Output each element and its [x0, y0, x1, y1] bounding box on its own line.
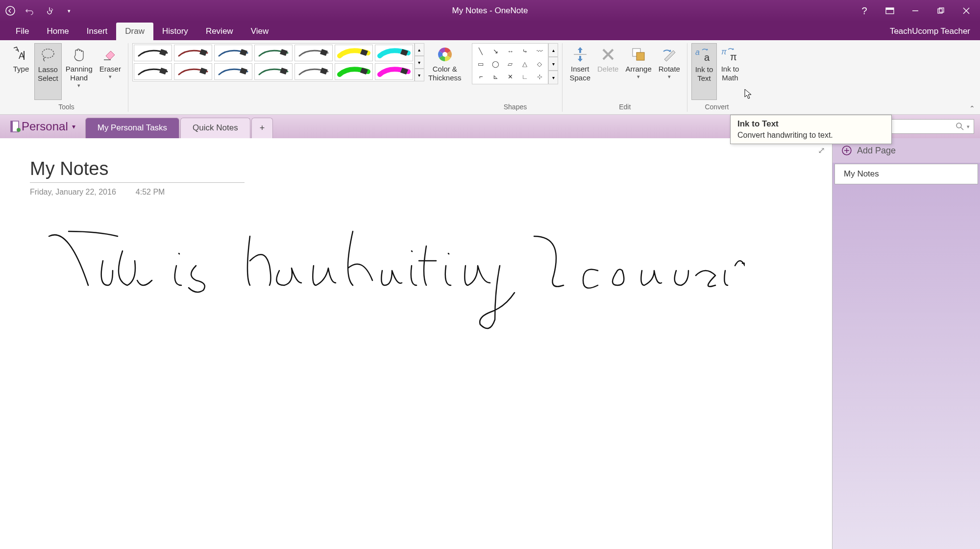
- tab-view[interactable]: View: [242, 23, 278, 40]
- pen-swatch[interactable]: [254, 63, 293, 80]
- tab-review[interactable]: Review: [197, 23, 242, 40]
- ink-to-math-button[interactable]: ππ Ink to Math: [718, 43, 742, 100]
- rotate-button[interactable]: Rotate ▾: [656, 43, 683, 100]
- rotate-icon: [660, 45, 679, 64]
- delete-icon: [599, 45, 617, 64]
- ribbon-display-button[interactable]: [883, 4, 897, 18]
- help-button[interactable]: ?: [858, 4, 871, 18]
- shape-graph-y[interactable]: ∟: [518, 71, 532, 82]
- pen-swatch[interactable]: [214, 45, 252, 61]
- svg-rect-9: [24, 51, 24, 60]
- type-button[interactable]: A Type: [9, 43, 33, 100]
- close-button[interactable]: [959, 4, 973, 18]
- ribbon-group-pens: ▴ ▾ ▾ Color & Thickness: [128, 43, 468, 112]
- tab-file[interactable]: File: [7, 23, 38, 40]
- pen-swatch[interactable]: [294, 63, 333, 80]
- svg-text:π: π: [721, 48, 727, 56]
- menu-bar: File Home Insert Draw History Review Vie…: [0, 22, 980, 40]
- collapse-ribbon-button[interactable]: ⌃: [969, 104, 975, 112]
- note-canvas[interactable]: ⤢ My Notes Friday, January 22, 2016 4:52…: [0, 138, 832, 549]
- pen-more[interactable]: ▾: [415, 69, 424, 81]
- shape-graph-x[interactable]: ✕: [503, 71, 517, 82]
- pen-swatch[interactable]: [335, 45, 373, 61]
- color-thickness-button[interactable]: Color & Thickness: [425, 43, 465, 100]
- pen-swatch[interactable]: [375, 63, 413, 80]
- svg-point-12: [442, 52, 447, 57]
- shape-rhombus[interactable]: ◇: [533, 58, 546, 70]
- page-list-item[interactable]: My Notes: [834, 164, 978, 184]
- page-list-panel: Add Page My Notes: [832, 138, 980, 549]
- ink-to-text-button[interactable]: aa Ink to Text: [691, 43, 717, 100]
- tab-insert[interactable]: Insert: [78, 23, 117, 40]
- title-bar: ▾ My Notes - OneNote ?: [0, 0, 980, 22]
- tab-draw[interactable]: Draw: [116, 23, 153, 40]
- tooltip-title: Ink to Text: [737, 119, 884, 129]
- arrange-button[interactable]: Arrange ▾: [622, 43, 654, 100]
- pen-scroll-down[interactable]: ▾: [415, 56, 424, 69]
- insert-space-button[interactable]: Insert Space: [566, 43, 593, 100]
- pen-swatch[interactable]: [134, 63, 172, 80]
- maximize-button[interactable]: [934, 4, 948, 18]
- pen-swatch[interactable]: [254, 45, 293, 61]
- shapes-more[interactable]: ▾: [548, 71, 558, 84]
- pen-swatch[interactable]: [214, 63, 252, 80]
- page-title[interactable]: My Notes: [30, 158, 245, 179]
- back-button[interactable]: [4, 4, 17, 17]
- window-title: My Notes - OneNote: [452, 6, 528, 16]
- add-section-button[interactable]: +: [251, 118, 273, 138]
- svg-rect-23: [11, 121, 13, 132]
- tab-home[interactable]: Home: [38, 23, 77, 40]
- shape-axis-2d[interactable]: ⌐: [474, 71, 488, 82]
- touch-mode-button[interactable]: [43, 4, 56, 17]
- shape-axis-3d[interactable]: ⊾: [489, 71, 502, 82]
- pen-swatch[interactable]: [375, 45, 413, 61]
- tooltip-ink-to-text: Ink to Text Convert handwriting to text.: [730, 115, 892, 144]
- shape-triangle[interactable]: △: [518, 58, 532, 70]
- shape-line[interactable]: ╲: [474, 45, 488, 57]
- close-icon: [963, 7, 970, 14]
- shape-ellipse[interactable]: ◯: [489, 58, 502, 70]
- shape-connector[interactable]: ⤷: [518, 45, 532, 57]
- pen-swatch[interactable]: [294, 45, 333, 61]
- qat-customize[interactable]: ▾: [63, 4, 75, 17]
- add-icon: [841, 145, 852, 156]
- pen-scroll-up[interactable]: ▴: [415, 43, 424, 56]
- svg-point-0: [6, 6, 15, 15]
- ink-to-text-icon: aa: [695, 46, 713, 64]
- section-tab-tasks[interactable]: My Personal Tasks: [85, 118, 179, 138]
- color-wheel-icon: [436, 45, 454, 64]
- svg-line-26: [961, 127, 963, 130]
- undo-button[interactable]: [24, 4, 36, 17]
- shape-arrow[interactable]: ↘: [489, 45, 502, 57]
- ribbon-group-tools: A Type Lasso Select Panning Hand ▾: [5, 43, 128, 112]
- shape-parallelogram[interactable]: ▱: [503, 58, 517, 70]
- tab-history[interactable]: History: [153, 23, 197, 40]
- ribbon: A Type Lasso Select Panning Hand ▾: [0, 40, 980, 115]
- delete-button[interactable]: Delete: [594, 43, 621, 100]
- svg-text:a: a: [704, 52, 710, 63]
- page-title-block[interactable]: My Notes Friday, January 22, 2016 4:52 P…: [29, 158, 245, 200]
- svg-rect-17: [637, 52, 644, 60]
- notebook-selector[interactable]: Personal ▾: [22, 120, 75, 133]
- expand-icon[interactable]: ⤢: [818, 145, 825, 156]
- shape-curve[interactable]: 〰: [533, 45, 546, 57]
- section-tab-quick-notes[interactable]: Quick Notes: [180, 118, 250, 138]
- shapes-scroll-down[interactable]: ▾: [548, 57, 558, 71]
- shape-rect[interactable]: ▭: [474, 58, 488, 70]
- eraser-button[interactable]: Eraser ▾: [97, 43, 124, 100]
- svg-text:π: π: [730, 51, 737, 62]
- pen-swatch[interactable]: [134, 45, 172, 61]
- minimize-button[interactable]: [908, 4, 922, 18]
- user-name[interactable]: TeachUcomp Teacher: [890, 26, 980, 40]
- panning-hand-button[interactable]: Panning Hand ▾: [63, 43, 96, 100]
- shapes-scroll-up[interactable]: ▴: [548, 43, 558, 57]
- shape-graph-xy[interactable]: ⊹: [533, 71, 546, 82]
- pen-swatch[interactable]: [174, 63, 212, 80]
- pen-swatch[interactable]: [174, 45, 212, 61]
- pen-swatch[interactable]: [335, 63, 373, 80]
- main-area: ⤢ My Notes Friday, January 22, 2016 4:52…: [0, 138, 980, 549]
- handwriting-ink[interactable]: [39, 217, 745, 344]
- eraser-icon: [101, 45, 120, 64]
- shape-double-arrow[interactable]: ↔: [503, 45, 517, 57]
- lasso-select-button[interactable]: Lasso Select: [34, 43, 62, 100]
